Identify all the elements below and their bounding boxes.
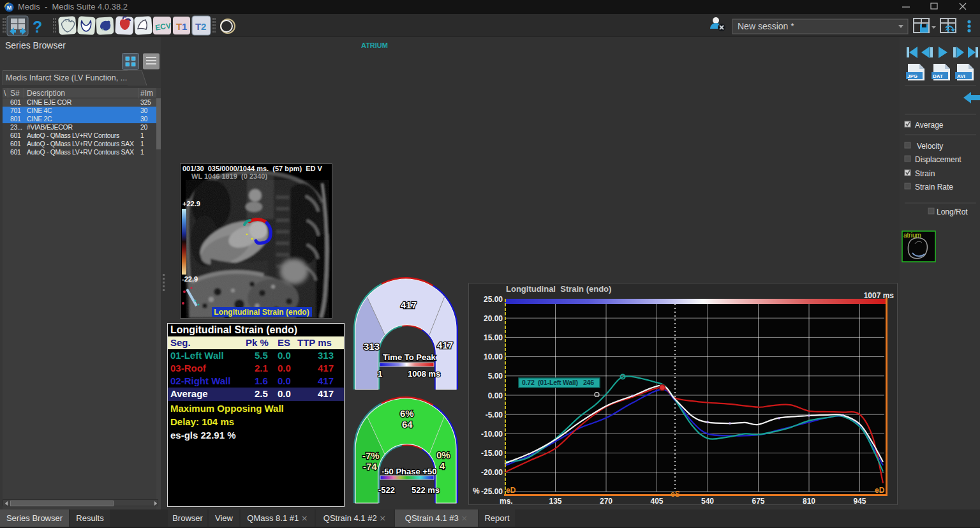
svg-text:-50 Phase +50: -50 Phase +50	[382, 467, 436, 476]
svg-text:?: ?	[33, 18, 42, 36]
svg-text:T: T	[195, 21, 201, 32]
svg-text:-5.00: -5.00	[486, 411, 503, 419]
svg-text:417: 417	[401, 299, 417, 310]
svg-text:675: 675	[752, 497, 764, 504]
svg-text:001/30 035/0000/1044 ms. (57: 001/30 035/0000/1044 ms. (57 bpm) ED V	[182, 165, 323, 172]
svg-text:945: 945	[853, 497, 866, 504]
svg-text:Long/Rot: Long/Rot	[937, 207, 968, 216]
svg-text:1: 1	[182, 21, 187, 32]
svg-text:0.00: 0.00	[488, 391, 503, 400]
svg-text:5.00: 5.00	[488, 372, 503, 381]
svg-text:T: T	[176, 21, 182, 32]
svg-text:-74: -74	[363, 461, 377, 472]
svg-text:AVI: AVI	[957, 73, 965, 79]
svg-text:Displacement: Displacement	[915, 155, 961, 164]
svg-text:eD: eD	[506, 486, 516, 495]
svg-text:64: 64	[402, 419, 413, 430]
svg-text:+22.9: +22.9	[182, 200, 200, 207]
svg-text:Strain Rate: Strain Rate	[915, 183, 953, 192]
svg-text:-522: -522	[378, 485, 395, 495]
svg-text:4: 4	[440, 460, 445, 471]
svg-text:10.00: 10.00	[484, 352, 503, 361]
svg-text:WL 1046 1819 (0 2340): WL 1046 1819 (0 2340)	[191, 172, 267, 180]
svg-text:-25.00: -25.00	[481, 487, 503, 496]
svg-text:-7%: -7%	[362, 450, 380, 461]
svg-text:270: 270	[600, 497, 612, 504]
svg-text:Longitudinal Strain (endo): Longitudinal Strain (endo)	[506, 284, 611, 294]
svg-text:522 ms: 522 ms	[412, 485, 440, 495]
svg-text:540: 540	[701, 497, 714, 504]
svg-text:Time To Peak: Time To Peak	[383, 352, 436, 362]
svg-text:JPG: JPG	[907, 73, 917, 79]
svg-text:0.72 (01-Left Wall) 246: 0.72 (01-Left Wall) 246	[522, 379, 594, 386]
svg-text:25.00: 25.00	[484, 295, 503, 304]
svg-text:1: 1	[378, 369, 382, 379]
svg-text:DAT: DAT	[933, 73, 943, 79]
svg-text:1007 ms: 1007 ms	[864, 291, 895, 300]
svg-text:0%: 0%	[436, 449, 450, 460]
svg-text:-20.00: -20.00	[481, 468, 503, 477]
svg-text:20.00: 20.00	[484, 314, 503, 323]
svg-text:1008 ms: 1008 ms	[408, 369, 440, 379]
svg-text:Strain: Strain	[915, 169, 935, 178]
svg-text:135: 135	[549, 497, 561, 504]
svg-text:810: 810	[803, 497, 815, 504]
svg-text:Average: Average	[915, 121, 944, 130]
svg-text:6%: 6%	[400, 408, 414, 419]
svg-text:313: 313	[364, 341, 380, 352]
svg-text:-10.00: -10.00	[481, 430, 503, 439]
svg-text:Velocity: Velocity	[917, 142, 943, 151]
svg-text:%: %	[473, 487, 480, 495]
svg-text:New session *: New session *	[738, 21, 794, 31]
svg-text:eD: eD	[875, 486, 885, 495]
svg-text:405: 405	[650, 497, 663, 504]
svg-text:15.00: 15.00	[484, 333, 503, 342]
svg-text:ms.: ms.	[500, 497, 513, 504]
svg-text:-22.9: -22.9	[182, 275, 198, 283]
svg-text:eS: eS	[671, 490, 680, 499]
svg-text:2: 2	[201, 21, 206, 32]
svg-text:M: M	[7, 4, 12, 11]
svg-text:-15.00: -15.00	[481, 449, 503, 458]
svg-text:417: 417	[437, 340, 453, 351]
svg-text:Longitudinal Strain (endo): Longitudinal Strain (endo)	[214, 308, 309, 317]
